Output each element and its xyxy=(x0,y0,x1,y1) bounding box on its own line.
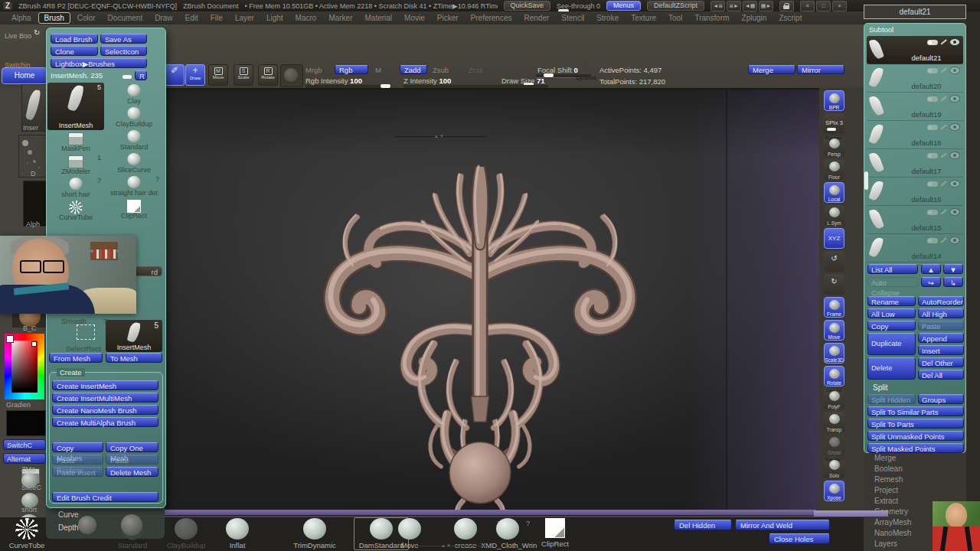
move-mode-button[interactable]: M Move xyxy=(208,64,228,86)
zadd-button[interactable]: Zadd xyxy=(400,65,427,74)
brush-item[interactable]: 5 InsertMesh xyxy=(47,83,104,130)
draw-mode-button[interactable]: + Draw xyxy=(185,64,205,86)
lightbox-brushes-button[interactable]: Lightbox▶Brushes xyxy=(51,58,147,68)
paste-insert-button[interactable]: Paste Insert xyxy=(52,467,103,477)
brush-item[interactable]: Clay xyxy=(106,83,162,106)
r-button[interactable]: R xyxy=(135,70,147,80)
to-mesh-button[interactable]: To Mesh xyxy=(106,353,162,363)
layout-nav-icon[interactable]: ≣► xyxy=(727,1,741,11)
polypaint-toggle-icon[interactable] xyxy=(927,181,938,187)
document-canvas[interactable]: ▲▼ xyxy=(165,88,819,516)
visibility-eye-icon[interactable] xyxy=(949,95,960,103)
append-button[interactable]: Append xyxy=(918,333,964,343)
collapse-out-button[interactable]: ↳ xyxy=(943,277,963,287)
select-icon-button[interactable]: SelectIcon xyxy=(100,46,147,56)
delete-button[interactable]: Delete xyxy=(867,357,916,380)
menu-item[interactable]: Brush xyxy=(38,12,70,24)
depth-knob[interactable] xyxy=(121,514,142,536)
rgb-intensity-slider[interactable]: Rgb Intensity 100 xyxy=(305,77,362,85)
see-through-slider[interactable]: See-through 0 xyxy=(557,2,600,10)
layout-nav-icon[interactable]: ◄▦ xyxy=(743,1,757,11)
uv-toggle-icon[interactable] xyxy=(941,68,947,73)
insertmesh-slider[interactable]: InsertMesh. 235 xyxy=(51,71,103,80)
visibility-eye-icon[interactable] xyxy=(949,123,960,131)
menu-item[interactable]: Texture xyxy=(626,13,662,23)
live-boolean-label[interactable]: Live Boo xyxy=(5,32,31,40)
shelf-toggle-button[interactable]: SPix 3 xyxy=(824,113,844,134)
gradient-label[interactable]: Gradien xyxy=(6,401,31,409)
shelf-toggle-button[interactable]: Frame xyxy=(824,297,844,318)
all-low-button[interactable]: All Low xyxy=(867,308,916,318)
menu-item[interactable]: Picker xyxy=(432,13,464,23)
collapsed-section[interactable]: Project xyxy=(864,485,966,496)
del-all-button[interactable]: Del All xyxy=(918,370,964,380)
brush-item[interactable]: ? straight hair det xyxy=(106,174,162,197)
mrgb-button[interactable]: Mrgb xyxy=(305,66,322,74)
subtool-row[interactable]: default19 xyxy=(867,93,963,121)
split-masked-button[interactable]: Split Masked Points xyxy=(867,443,964,453)
brush-item[interactable]: ClipRect xyxy=(106,197,162,220)
del-other-button[interactable]: Del Other xyxy=(918,357,964,367)
shelf-toggle-button[interactable]: Dynamic Solo xyxy=(824,458,844,478)
split-to-parts-button[interactable]: Split To Parts xyxy=(867,419,964,429)
polypaint-toggle-icon[interactable] xyxy=(927,153,938,158)
clone-button[interactable]: Clone xyxy=(51,46,98,56)
shelf-toggle-button[interactable]: Transp xyxy=(824,412,844,432)
brush-item[interactable]: ClayBuildup xyxy=(106,106,162,129)
from-mesh-button[interactable]: From Mesh xyxy=(49,353,103,363)
polypaint-toggle-icon[interactable] xyxy=(927,125,938,130)
shelf-toggle-button[interactable]: ↺ xyxy=(824,251,844,272)
zsub-button[interactable]: Zsub xyxy=(433,66,449,74)
menu-item[interactable]: Material xyxy=(360,13,398,23)
visibility-eye-icon[interactable] xyxy=(949,67,960,74)
create-nanomesh-button[interactable]: Create NanoMesh Brush xyxy=(52,405,158,415)
insertmesh-selected-item[interactable]: 5 InsertMesh xyxy=(106,320,162,352)
uv-toggle-icon[interactable] xyxy=(941,40,947,45)
shelf-toggle-button[interactable]: Line Fill PolyF xyxy=(824,389,844,409)
shelf-toggle-button[interactable]: BPR xyxy=(824,90,844,111)
menu-item[interactable]: Transform xyxy=(689,13,734,23)
shelf-toggle-button[interactable]: Xpose xyxy=(824,481,844,501)
edit-brush-credit-button[interactable]: Edit Brush Credit xyxy=(52,492,158,502)
zcut-button[interactable]: Zcut xyxy=(469,66,482,74)
subtool-scrollbar[interactable] xyxy=(864,171,868,190)
pen-tool-icon[interactable]: ✐ xyxy=(165,64,185,86)
paste-replace-button[interactable]: Paste Replace xyxy=(52,455,103,465)
brush-item[interactable]: SliceCurve xyxy=(106,152,162,174)
m-button[interactable]: M xyxy=(375,66,381,74)
brush-item[interactable]: ? short hair xyxy=(47,176,104,199)
shelf-toggle-button[interactable]: Local xyxy=(824,182,844,203)
refresh-icon[interactable]: ↻ xyxy=(34,28,40,37)
menu-item[interactable]: Color xyxy=(72,13,101,23)
polypaint-toggle-icon[interactable] xyxy=(927,210,938,215)
tray-brush[interactable]: Inflat xyxy=(201,518,274,549)
create-multialpha-button[interactable]: Create MultiAlpha Brush xyxy=(52,417,158,427)
menu-item[interactable]: Document xyxy=(103,13,149,23)
right-scroll-gutter[interactable] xyxy=(966,11,980,551)
uv-toggle-icon[interactable] xyxy=(941,153,947,158)
layout-nav-icon[interactable]: ◄≣ xyxy=(710,1,725,11)
menu-item[interactable]: Edit xyxy=(180,13,204,23)
subtool-header[interactable]: Subtool xyxy=(869,25,893,34)
insertmesh-slider-knob[interactable] xyxy=(122,75,132,79)
mirror-and-weld-button[interactable]: Mirror And Weld xyxy=(735,520,830,530)
visibility-eye-icon[interactable] xyxy=(949,38,960,46)
switch-color-button[interactable]: SwitchC xyxy=(3,439,46,450)
brush-item[interactable]: Standard xyxy=(106,129,162,152)
menu-item[interactable]: Layer xyxy=(230,13,260,23)
shelf-toggle-button[interactable]: Scale3D xyxy=(824,343,844,364)
default-zscript-button[interactable]: DefaultZScript xyxy=(647,1,704,11)
brush-item[interactable]: CurveTube xyxy=(47,199,104,222)
menu-item[interactable]: Stroke xyxy=(591,13,624,23)
collapsed-section[interactable]: Merge xyxy=(864,453,966,464)
home-button[interactable]: Home xyxy=(2,67,47,84)
menu-item[interactable]: Stencil xyxy=(556,13,590,23)
split-unmasked-button[interactable]: Split Unmasked Points xyxy=(867,431,964,441)
window-control-icon[interactable]: ≡ xyxy=(800,1,815,11)
tray-divider-handle[interactable]: ▲▼ xyxy=(441,543,452,548)
create-insertmesh-button[interactable]: Create InsertMesh xyxy=(52,380,158,390)
uv-toggle-icon[interactable] xyxy=(941,210,947,215)
rename-button[interactable]: Rename xyxy=(867,296,916,306)
mirror-button[interactable]: Mirror xyxy=(797,65,844,74)
layout-nav-icon[interactable]: ▦► xyxy=(759,1,773,11)
